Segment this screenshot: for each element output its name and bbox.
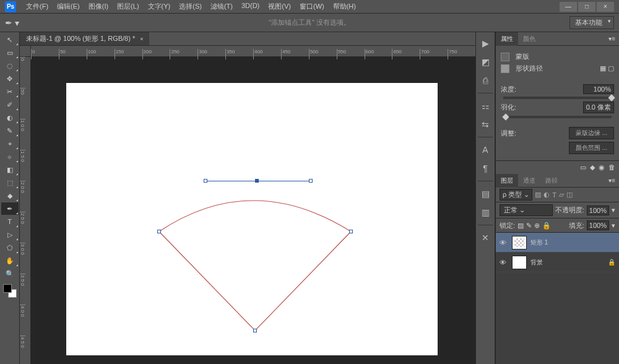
tool-path-select[interactable]: ▷ <box>1 228 19 241</box>
tool-eyedropper[interactable]: ✐ <box>1 98 19 111</box>
tab-color[interactable]: 颜色 <box>518 32 540 46</box>
menu-file[interactable]: 文件(F) <box>22 1 52 12</box>
layer-row[interactable]: 👁 矩形 1 <box>496 233 619 253</box>
layers-icon[interactable]: ▥ <box>478 205 493 220</box>
tool-shape[interactable]: ⬠ <box>1 241 19 254</box>
layer-filter-type[interactable]: ρ 类型 ⌄ <box>500 189 532 201</box>
ruler-origin[interactable] <box>20 46 31 57</box>
bezier-handle-right[interactable] <box>309 179 313 183</box>
layer-thumbnail[interactable] <box>512 256 527 269</box>
feather-value[interactable]: 0.0 像素 <box>583 102 614 113</box>
tool-pen[interactable]: ✒ <box>1 202 19 215</box>
tool-preset-icon[interactable]: ✒ ▾ <box>5 18 19 28</box>
brush-settings-icon[interactable]: ⚏ <box>478 98 493 113</box>
menu-image[interactable]: 图像(I) <box>85 1 112 12</box>
visibility-icon[interactable]: 👁 <box>500 239 508 246</box>
canvas[interactable] <box>66 83 438 355</box>
layer-name[interactable]: 背景 <box>530 258 543 267</box>
density-slider[interactable] <box>503 97 612 99</box>
close-tab-icon[interactable]: × <box>140 36 143 42</box>
lock-paint-icon[interactable]: ✎ <box>526 222 532 230</box>
blend-mode-select[interactable]: 正常 ⌄ <box>500 204 553 216</box>
close-button[interactable]: × <box>597 2 614 12</box>
lock-transparent-icon[interactable]: ▨ <box>517 222 524 230</box>
lock-position-icon[interactable]: ⊕ <box>534 222 540 230</box>
document-tab[interactable]: 未标题-1 @ 100% (矩形 1, RGB/8) * × <box>20 32 149 45</box>
canvas-area[interactable]: 0501001502002503003504004505005506006507… <box>20 46 475 364</box>
menu-window[interactable]: 窗口(W) <box>296 1 328 12</box>
panel-menu-icon[interactable]: ▾≡ <box>605 35 619 42</box>
tool-stamp[interactable]: ⌖ <box>1 137 19 150</box>
swatches-icon[interactable]: ◩ <box>478 54 493 69</box>
layer-thumbnail[interactable] <box>512 236 527 249</box>
bezier-handle-left[interactable] <box>204 179 207 183</box>
tool-eraser[interactable]: ◧ <box>1 163 19 176</box>
tool-hand[interactable]: ✋ <box>1 254 19 267</box>
tool-lasso[interactable]: ◌ <box>1 59 19 72</box>
menu-edit[interactable]: 编辑(E) <box>53 1 84 12</box>
close-group-icon[interactable]: ✕ <box>478 230 493 245</box>
filter-image-icon[interactable]: ▨ <box>535 191 541 199</box>
libraries-icon[interactable]: ⎙ <box>478 73 493 88</box>
layer-name[interactable]: 矩形 1 <box>530 238 548 247</box>
ruler-vertical[interactable]: 0501 0 01 5 02 0 02 5 03 0 03 5 04 0 04 … <box>20 57 31 364</box>
anchor-point-top[interactable] <box>255 179 259 183</box>
menu-type[interactable]: 文字(Y) <box>144 1 175 12</box>
menu-filter[interactable]: 滤镜(T) <box>207 1 236 12</box>
tool-type[interactable]: T <box>1 215 19 228</box>
tool-brush[interactable]: ✎ <box>1 124 19 137</box>
tab-paths[interactable]: 路径 <box>540 174 563 188</box>
paragraph-icon[interactable]: ¶ <box>478 161 493 176</box>
mask-edge-button[interactable]: 蒙版边缘 ... <box>569 127 614 139</box>
mask-actions-icon[interactable]: ▦ ▢ <box>600 64 614 72</box>
color-range-button[interactable]: 颜色范围 ... <box>569 142 614 154</box>
filter-type-icon[interactable]: T <box>552 191 556 199</box>
adjustments-icon[interactable]: ⇆ <box>478 117 493 132</box>
vector-path[interactable] <box>153 176 363 337</box>
tool-zoom[interactable]: 🔍 <box>1 267 19 280</box>
menu-help[interactable]: 帮助(H) <box>329 1 360 12</box>
visibility-icon[interactable]: 👁 <box>500 259 508 266</box>
lock-all-icon[interactable]: 🔒 <box>542 222 551 230</box>
menu-view[interactable]: 视图(V) <box>264 1 295 12</box>
tab-layers[interactable]: 图层 <box>496 174 518 188</box>
tab-channels[interactable]: 通道 <box>518 174 540 188</box>
tab-properties[interactable]: 属性 <box>496 32 518 46</box>
filter-smart-icon[interactable]: ◫ <box>566 191 573 199</box>
ruler-horizontal[interactable]: 0501001502002503003504004505005506006507… <box>31 46 475 57</box>
layer-row[interactable]: 👁 背景 🔒 <box>496 253 619 272</box>
tool-blur[interactable]: ◆ <box>1 189 19 202</box>
minimize-button[interactable]: — <box>560 2 577 12</box>
anchor-point-left[interactable] <box>157 230 161 233</box>
workspace-switcher[interactable]: 基本功能 <box>569 16 614 29</box>
menu-layer[interactable]: 图层(L) <box>113 1 142 12</box>
tool-gradient[interactable]: ⬚ <box>1 176 19 189</box>
tool-wand[interactable]: ✥ <box>1 72 19 85</box>
tool-crop[interactable]: ✂ <box>1 85 19 98</box>
history-icon[interactable]: ▶ <box>478 36 493 51</box>
tool-heal[interactable]: ◐ <box>1 111 19 124</box>
anchor-point-right[interactable] <box>349 230 353 233</box>
tool-move[interactable]: ↖ <box>1 33 19 46</box>
tool-marquee[interactable]: ▭ <box>1 46 19 59</box>
styles-icon[interactable]: ▤ <box>478 186 493 201</box>
anchor-point-bottom[interactable] <box>253 329 257 332</box>
footer-icon-4[interactable]: 🗑 <box>608 163 615 171</box>
maximize-button[interactable]: □ <box>578 2 595 12</box>
foreground-color[interactable] <box>3 284 12 293</box>
character-icon[interactable]: A <box>478 142 493 157</box>
fill-value[interactable]: 100% <box>587 220 609 230</box>
menu-3d[interactable]: 3D(D) <box>238 1 263 12</box>
menu-select[interactable]: 选择(S) <box>175 1 206 12</box>
tool-history-brush[interactable]: ⟐ <box>1 150 19 163</box>
feather-slider[interactable] <box>503 116 612 118</box>
color-swatches[interactable] <box>3 284 17 298</box>
density-value[interactable]: 100% <box>583 84 614 94</box>
footer-icon-1[interactable]: ▭ <box>580 163 586 171</box>
layers-menu-icon[interactable]: ▾≡ <box>605 177 619 184</box>
footer-icon-3[interactable]: ◉ <box>599 163 605 171</box>
filter-shape-icon[interactable]: ▱ <box>559 191 564 199</box>
filter-adjust-icon[interactable]: ◐ <box>543 191 550 199</box>
opacity-value[interactable]: 100% <box>587 206 609 215</box>
footer-icon-2[interactable]: ◆ <box>590 163 595 171</box>
